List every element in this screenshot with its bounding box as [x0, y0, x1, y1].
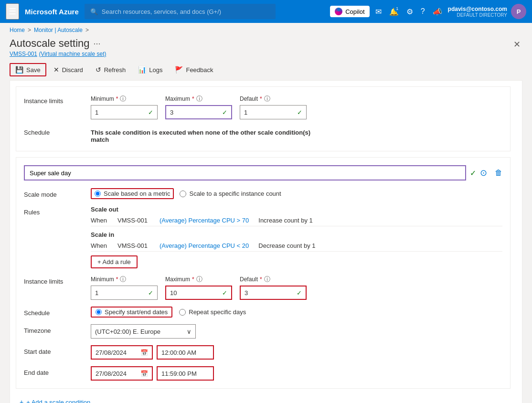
- cond-def-info[interactable]: ⓘ: [264, 275, 270, 284]
- maximum-input[interactable]: 3 ✓: [165, 105, 232, 119]
- default-field-group: Default * ⓘ 1 ✓: [240, 95, 307, 119]
- user-info: pdavis@contoso.com DEFAULT DIRECTORY: [448, 6, 507, 18]
- copilot-button[interactable]: Copilot: [330, 6, 369, 17]
- breadcrumb-sep-1: >: [28, 27, 31, 33]
- cond-default-group: Default * ⓘ 3 ✓: [240, 275, 307, 300]
- specific-radio-option[interactable]: Scale to a specific instance count: [180, 190, 281, 197]
- notification-btn[interactable]: 🔔 1: [387, 5, 401, 18]
- refresh-button[interactable]: ↺ Refresh: [90, 64, 131, 76]
- start-time-input[interactable]: 12:00:00 AM: [157, 345, 214, 360]
- end-date-value: 27/08/2024: [96, 370, 127, 377]
- email-icon-btn[interactable]: ✉: [373, 5, 383, 18]
- cond-max-label: Maximum: [165, 276, 190, 283]
- condition-name-check: ✓: [470, 169, 476, 178]
- start-date-calendar-icon: 📅: [140, 349, 148, 356]
- condition-instance-limits-row: Instance limits Minimum * ⓘ 1 ✓ Maximum: [24, 275, 502, 300]
- specify-dates-option[interactable]: Specify start/end dates: [91, 307, 172, 318]
- end-date-calendar-icon: 📅: [140, 370, 148, 377]
- breadcrumb-monitor[interactable]: Monitor | Autoscale: [34, 27, 83, 33]
- close-button[interactable]: ✕: [511, 37, 522, 52]
- add-rule-label: + Add a rule: [97, 258, 131, 265]
- end-time-value: 11:59:00 PM: [161, 370, 197, 377]
- rules-row: Rules Scale out When VMSS-001 (Average) …: [24, 206, 502, 268]
- breadcrumb-home[interactable]: Home: [10, 27, 25, 33]
- default-info-icon[interactable]: ⓘ: [264, 95, 270, 103]
- cond-maximum-input[interactable]: 10 ✓: [165, 286, 232, 300]
- start-date-value: 27/08/2024: [96, 349, 127, 356]
- scale-in-resource: VMSS-001: [117, 242, 156, 249]
- maximum-label: Maximum: [165, 95, 190, 102]
- scale-out-metric[interactable]: (Average) Percentage CPU > 70: [160, 217, 249, 224]
- end-date-input[interactable]: 27/08/2024 📅: [91, 366, 153, 381]
- avatar[interactable]: P: [511, 4, 526, 19]
- feedback-button[interactable]: 🚩 Feedback: [170, 64, 218, 76]
- default-schedule-row: Schedule This scale condition is execute…: [24, 126, 502, 143]
- save-button[interactable]: 💾 Save: [10, 63, 46, 76]
- minimum-required: *: [116, 95, 118, 102]
- cond-default-check: ✓: [297, 289, 302, 297]
- save-label: Save: [26, 66, 41, 74]
- page-title-group: Autoscale setting ··· VMSS-001 (Virtual …: [10, 37, 106, 57]
- scale-out-label: Scale out: [91, 206, 502, 213]
- condition-nav-arrow[interactable]: ⊙: [480, 168, 487, 178]
- logs-label: Logs: [149, 66, 162, 74]
- help-btn[interactable]: ?: [419, 5, 427, 18]
- search-input[interactable]: [102, 8, 270, 15]
- search-bar[interactable]: 🔍: [85, 4, 276, 19]
- settings-btn[interactable]: ⚙: [404, 5, 415, 18]
- add-rule-button[interactable]: + Add a rule: [91, 255, 138, 268]
- specify-dates-radio[interactable]: [96, 309, 102, 315]
- feedback-icon: 🚩: [175, 66, 183, 74]
- cond-min-info[interactable]: ⓘ: [120, 275, 126, 284]
- condition-name-input[interactable]: [24, 165, 466, 180]
- minimum-input[interactable]: 1 ✓: [91, 105, 158, 119]
- timezone-select[interactable]: (UTC+02:00) E. Europe ∨: [91, 324, 196, 339]
- condition-instance-limits-label: Instance limits: [24, 275, 81, 285]
- minimum-field-group: Minimum * ⓘ 1 ✓: [91, 95, 158, 119]
- repeat-days-option[interactable]: Repeat specific days: [179, 308, 246, 316]
- cond-minimum-group: Minimum * ⓘ 1 ✓: [91, 275, 158, 300]
- cond-minimum-input[interactable]: 1 ✓: [91, 286, 158, 300]
- start-date-input[interactable]: 27/08/2024 📅: [91, 345, 153, 360]
- default-input[interactable]: 1 ✓: [240, 105, 307, 119]
- rules-content: Scale out When VMSS-001 (Average) Percen…: [91, 206, 502, 268]
- minimum-value: 1: [95, 109, 98, 116]
- cond-max-info[interactable]: ⓘ: [196, 275, 202, 284]
- resource-name[interactable]: VMSS-001: [10, 51, 37, 57]
- feedback-label: Feedback: [186, 66, 213, 74]
- cond-default-input[interactable]: 3 ✓: [240, 286, 307, 300]
- end-date-label: End date: [24, 366, 81, 376]
- add-scale-condition-button[interactable]: + + Add a scale condition: [10, 394, 100, 403]
- logs-button[interactable]: 📊 Logs: [133, 64, 168, 76]
- user-directory: DEFAULT DIRECTORY: [448, 12, 507, 18]
- scale-in-rule: When VMSS-001 (Average) Percentage CPU <…: [91, 240, 502, 252]
- metric-radio-option[interactable]: Scale based on a metric: [91, 188, 174, 199]
- cond-maximum-group: Maximum * ⓘ 10 ✓: [165, 275, 232, 300]
- nav-right: Copilot ✉ 🔔 1 ⚙ ? 📣 pdavis@contoso.com D…: [330, 4, 526, 19]
- instance-limits-label: Instance limits: [24, 95, 81, 105]
- minimum-info-icon[interactable]: ⓘ: [120, 95, 126, 103]
- condition-schedule-options: Specify start/end dates Repeat specific …: [91, 307, 246, 318]
- specific-radio[interactable]: [180, 191, 186, 197]
- scale-in-label: Scale in: [91, 231, 502, 238]
- notification-badge: 1: [394, 5, 401, 12]
- end-date-fields: 27/08/2024 📅 11:59:00 PM: [91, 366, 214, 381]
- hamburger-menu[interactable]: ☰: [6, 3, 19, 20]
- condition-delete-icon[interactable]: 🗑: [495, 169, 502, 177]
- cond-def-label: Default: [240, 276, 258, 283]
- end-time-input[interactable]: 11:59:00 PM: [157, 366, 214, 381]
- condition-name-row: ✓ ⊙ 🗑: [24, 165, 502, 180]
- metric-radio[interactable]: [95, 191, 101, 197]
- toolbar: 💾 Save ✕ Discard ↺ Refresh 📊 Logs 🚩 Feed…: [0, 61, 532, 80]
- repeat-days-radio[interactable]: [179, 309, 186, 316]
- copilot-icon: [335, 8, 342, 15]
- scale-in-metric[interactable]: (Average) Percentage CPU < 20: [160, 242, 249, 249]
- timezone-row: Timezone (UTC+02:00) E. Europe ∨: [24, 324, 502, 339]
- cond-default-value: 3: [245, 289, 248, 297]
- save-icon: 💾: [15, 66, 23, 74]
- maximum-info-icon[interactable]: ⓘ: [196, 95, 202, 103]
- page-more-icon[interactable]: ···: [94, 39, 101, 49]
- feedback-nav-btn[interactable]: 📣: [431, 5, 444, 18]
- main-content: Instance limits Minimum * ⓘ 1 ✓ Maximum: [10, 80, 522, 403]
- discard-button[interactable]: ✕ Discard: [48, 64, 88, 76]
